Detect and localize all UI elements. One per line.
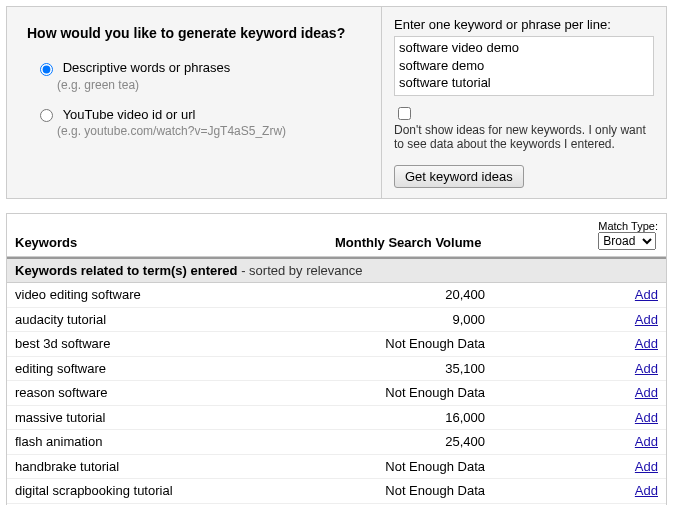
col-header-keywords: Keywords: [15, 235, 335, 250]
volume-cell: 25,400: [335, 432, 515, 452]
table-row: digital scrapbooking tutorialNot Enough …: [7, 479, 666, 504]
keyword-entry-panel: Enter one keyword or phrase per line: Do…: [382, 7, 666, 198]
radio-youtube-hint: (e.g. youtube.com/watch?v=JgT4aS5_Zrw): [57, 124, 361, 138]
results-panel: Keywords Monthly Search Volume Match Typ…: [6, 213, 667, 505]
keyword-cell: audacity tutorial: [15, 310, 335, 330]
table-row: audacity tutorial9,000Add: [7, 308, 666, 333]
action-cell: Add: [635, 285, 658, 305]
radio-youtube[interactable]: [40, 109, 53, 122]
add-link[interactable]: Add: [635, 459, 658, 474]
match-type-label: Match Type:: [598, 220, 658, 232]
add-link[interactable]: Add: [635, 410, 658, 425]
table-row: handbrake tutorialNot Enough DataAdd: [7, 455, 666, 480]
keyword-cell: handbrake tutorial: [15, 457, 335, 477]
results-subheader: Keywords related to term(s) entered - so…: [7, 257, 666, 283]
keyword-cell: editing software: [15, 359, 335, 379]
add-link[interactable]: Add: [635, 385, 658, 400]
table-row: massive tutorial16,000Add: [7, 406, 666, 431]
action-cell: Add: [635, 383, 658, 403]
table-row: editing software35,100Add: [7, 357, 666, 382]
table-row: reason softwareNot Enough DataAdd: [7, 381, 666, 406]
keyword-cell: digital scrapbooking tutorial: [15, 481, 335, 501]
radio-descriptive[interactable]: [40, 63, 53, 76]
volume-cell: Not Enough Data: [335, 334, 515, 354]
add-link[interactable]: Add: [635, 287, 658, 302]
radio-descriptive-label: Descriptive words or phrases: [63, 60, 231, 75]
generation-heading: How would you like to generate keyword i…: [27, 25, 361, 41]
action-cell: Add: [635, 334, 658, 354]
results-subheader-title: Keywords related to term(s) entered: [15, 263, 238, 278]
results-sort-order: - sorted by relevance: [238, 263, 363, 278]
volume-cell: Not Enough Data: [335, 481, 515, 501]
add-link[interactable]: Add: [635, 312, 658, 327]
add-link[interactable]: Add: [635, 483, 658, 498]
volume-cell: Not Enough Data: [335, 383, 515, 403]
add-link[interactable]: Add: [635, 336, 658, 351]
keyword-cell: best 3d software: [15, 334, 335, 354]
form-panel: How would you like to generate keyword i…: [6, 6, 667, 199]
volume-cell: 20,400: [335, 285, 515, 305]
generation-mode-panel: How would you like to generate keyword i…: [7, 7, 382, 198]
col-header-volume: Monthly Search Volume: [335, 235, 515, 250]
match-type-select[interactable]: Broad: [598, 232, 656, 250]
action-cell: Add: [635, 408, 658, 428]
table-row: flash animation25,400Add: [7, 430, 666, 455]
table-row: best 3d softwareNot Enough DataAdd: [7, 332, 666, 357]
volume-cell: Not Enough Data: [335, 457, 515, 477]
exact-only-checkbox[interactable]: [398, 107, 411, 120]
action-cell: Add: [635, 481, 658, 501]
keyword-cell: video editing software: [15, 285, 335, 305]
volume-cell: 16,000: [335, 408, 515, 428]
action-cell: Add: [635, 457, 658, 477]
keyword-cell: reason software: [15, 383, 335, 403]
keyword-cell: massive tutorial: [15, 408, 335, 428]
get-keyword-ideas-button[interactable]: Get keyword ideas: [394, 165, 524, 188]
table-row: video editing software20,400Add: [7, 283, 666, 308]
volume-cell: 35,100: [335, 359, 515, 379]
action-cell: Add: [635, 359, 658, 379]
results-header-row: Keywords Monthly Search Volume Match Typ…: [7, 214, 666, 257]
results-rows: video editing software20,400Addaudacity …: [7, 283, 666, 505]
add-link[interactable]: Add: [635, 434, 658, 449]
exact-only-label: Don't show ideas for new keywords. I onl…: [394, 123, 654, 151]
action-cell: Add: [635, 432, 658, 452]
action-cell: Add: [635, 310, 658, 330]
volume-cell: 9,000: [335, 310, 515, 330]
radio-youtube-label: YouTube video id or url: [63, 107, 196, 122]
enter-keyword-label: Enter one keyword or phrase per line:: [394, 17, 654, 32]
radio-descriptive-hint: (e.g. green tea): [57, 78, 361, 92]
keyword-cell: flash animation: [15, 432, 335, 452]
keywords-textarea[interactable]: [394, 36, 654, 96]
add-link[interactable]: Add: [635, 361, 658, 376]
